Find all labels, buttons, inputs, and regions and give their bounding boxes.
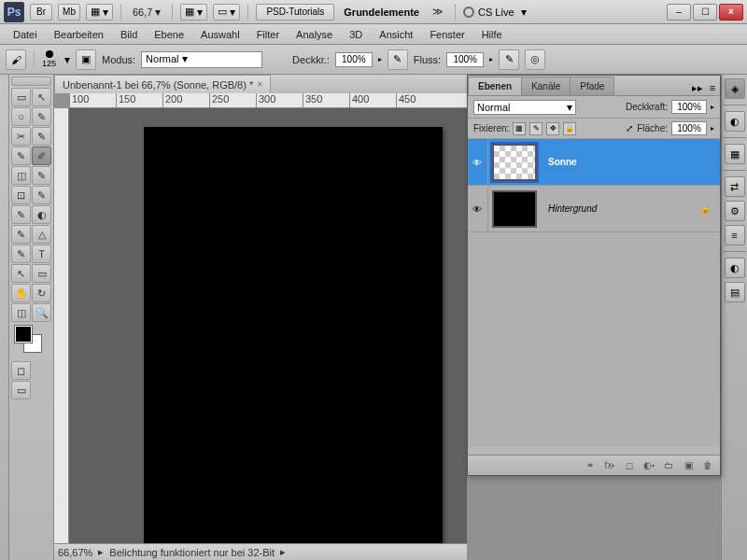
tab-close-icon[interactable]: ×: [257, 79, 262, 90]
tool-button[interactable]: ○: [11, 107, 31, 126]
tool-button[interactable]: ◫: [11, 303, 31, 322]
fill-arrow-icon[interactable]: ▸: [711, 124, 714, 133]
tool-button[interactable]: 🔍: [32, 303, 51, 322]
canvas[interactable]: [144, 127, 443, 543]
lock-all-icon[interactable]: 🔒: [563, 122, 576, 135]
tool-button[interactable]: ◐: [32, 205, 51, 224]
layer-row[interactable]: 👁 Sonne: [468, 139, 720, 186]
tool-button[interactable]: ✎: [32, 186, 51, 204]
quickmask-button[interactable]: ◻: [11, 361, 31, 380]
layer-blend-select[interactable]: Normal▾: [473, 100, 576, 115]
layer-thumbnail[interactable]: [492, 190, 537, 228]
tool-button[interactable]: ✎: [32, 127, 51, 146]
layer-opacity-input[interactable]: 100%: [671, 100, 707, 114]
tool-collapse-strip[interactable]: [0, 75, 9, 560]
tool-button[interactable]: ⊡: [11, 186, 31, 204]
new-layer-icon[interactable]: ▣: [680, 458, 697, 473]
tool-preset-icon[interactable]: 🖌: [6, 49, 26, 70]
layer-name[interactable]: Hintergrund: [541, 203, 696, 214]
opacity-input[interactable]: 100%: [335, 52, 373, 67]
document-tab[interactable]: Unbenannt-1 bei 66,7% (Sonne, RGB/8) * ×: [54, 75, 271, 93]
menu-auswahl[interactable]: Auswahl: [193, 26, 247, 43]
tool-button[interactable]: ✋: [11, 284, 31, 302]
menu-bild[interactable]: Bild: [113, 26, 145, 43]
opacity-arrow-icon[interactable]: ▸: [711, 103, 714, 111]
panel-collapse-icon[interactable]: ▸▸: [690, 80, 705, 95]
more-workspaces-icon[interactable]: ≫: [429, 6, 447, 18]
dock-actions-icon[interactable]: ▤: [725, 282, 745, 302]
tool-button[interactable]: ↖: [11, 264, 31, 283]
tool-button[interactable]: ✐: [32, 147, 51, 165]
dock-masks-icon[interactable]: ⚙: [725, 201, 745, 221]
tab-ebenen[interactable]: Ebenen: [468, 77, 522, 95]
opacity-flyout-icon[interactable]: ▸: [378, 55, 382, 63]
arrange-docs-button[interactable]: ▦▾: [180, 4, 207, 21]
tool-button[interactable]: ✎: [32, 107, 51, 126]
close-button[interactable]: ×: [719, 4, 743, 21]
blend-mode-select[interactable]: Normal▾: [141, 51, 262, 68]
lock-position-icon[interactable]: ✥: [546, 122, 559, 135]
toolbox-grip[interactable]: [11, 77, 51, 86]
flow-flyout-icon[interactable]: ▸: [489, 55, 493, 63]
tool-button[interactable]: ✎: [11, 147, 31, 165]
tool-button[interactable]: ✂: [11, 127, 31, 146]
visibility-icon[interactable]: 👁: [472, 158, 486, 167]
visibility-icon[interactable]: 👁: [472, 204, 486, 214]
menu-bearbeiten[interactable]: Bearbeiten: [47, 26, 111, 43]
dock-adjustments-icon[interactable]: ⇄: [725, 176, 745, 197]
minimize-button[interactable]: –: [667, 4, 691, 21]
tablet-size-icon[interactable]: ◎: [525, 49, 545, 70]
cslive-button[interactable]: CS Live▾: [463, 6, 527, 19]
lock-transparency-icon[interactable]: ▦: [513, 122, 526, 135]
tab-pfade[interactable]: Pfade: [570, 77, 614, 95]
menu-ansicht[interactable]: Ansicht: [372, 26, 420, 43]
link-layers-icon[interactable]: ⚭: [582, 458, 599, 473]
color-swatches[interactable]: [11, 326, 51, 356]
workspace-label[interactable]: Grundelemente: [340, 7, 423, 18]
layer-row[interactable]: 👁 Hintergrund 🔒: [468, 186, 720, 232]
layer-style-icon[interactable]: fx▾: [601, 458, 618, 473]
lock-pixels-icon[interactable]: ✎: [529, 122, 543, 135]
screen-mode-button[interactable]: ▭▾: [213, 4, 240, 21]
bridge-button[interactable]: Br: [30, 4, 52, 21]
menu-datei[interactable]: Datei: [6, 26, 45, 43]
dock-color-icon[interactable]: ◐: [725, 111, 745, 132]
minibridge-button[interactable]: Mb: [58, 4, 80, 21]
tool-button[interactable]: ▭: [32, 264, 51, 283]
panel-menu-icon[interactable]: ≡: [705, 80, 720, 95]
menu-fenster[interactable]: Fenster: [422, 26, 472, 43]
dock-layers-icon[interactable]: ◈: [725, 78, 745, 99]
brush-panel-toggle[interactable]: ▣: [76, 49, 96, 70]
film-button[interactable]: ▦▾: [86, 4, 113, 21]
tool-button[interactable]: ✎: [11, 205, 31, 224]
tool-button[interactable]: ▭: [11, 88, 31, 106]
layer-mask-icon[interactable]: ◻: [621, 458, 638, 473]
brush-preset-picker[interactable]: 125: [42, 50, 56, 68]
airbrush-icon[interactable]: ✎: [499, 49, 519, 70]
maximize-button[interactable]: ☐: [693, 4, 717, 21]
layer-group-icon[interactable]: 🗀: [660, 458, 677, 473]
delete-layer-icon[interactable]: 🗑: [699, 458, 716, 473]
tool-button[interactable]: ✎: [11, 245, 31, 263]
layer-fill-input[interactable]: 100%: [671, 121, 707, 135]
flow-input[interactable]: 100%: [446, 52, 484, 67]
tablet-opacity-icon[interactable]: ✎: [388, 49, 408, 70]
tool-button[interactable]: ◫: [11, 166, 31, 185]
tool-button[interactable]: ↖: [32, 88, 51, 106]
menu-filter[interactable]: Filter: [249, 26, 287, 43]
menu-hilfe[interactable]: Hilfe: [474, 26, 510, 43]
tool-button[interactable]: △: [32, 225, 51, 244]
menu-analyse[interactable]: Analyse: [289, 26, 340, 43]
layer-thumbnail[interactable]: [492, 144, 537, 181]
foreground-color[interactable]: [15, 326, 32, 343]
tool-button[interactable]: ↻: [32, 284, 51, 302]
tool-button[interactable]: ✎: [32, 166, 51, 185]
menu-3d[interactable]: 3D: [342, 26, 370, 43]
tool-button[interactable]: T: [32, 245, 51, 263]
screenmode-tool-button[interactable]: ▭: [11, 381, 31, 399]
dock-swatches-icon[interactable]: ▦: [725, 144, 745, 164]
layer-name[interactable]: Sonne: [541, 157, 718, 167]
zoom-display[interactable]: 66,7▾: [129, 6, 164, 19]
workspace-psd-button[interactable]: PSD-Tutorials: [256, 4, 334, 21]
tab-kanaele[interactable]: Kanäle: [521, 77, 571, 95]
